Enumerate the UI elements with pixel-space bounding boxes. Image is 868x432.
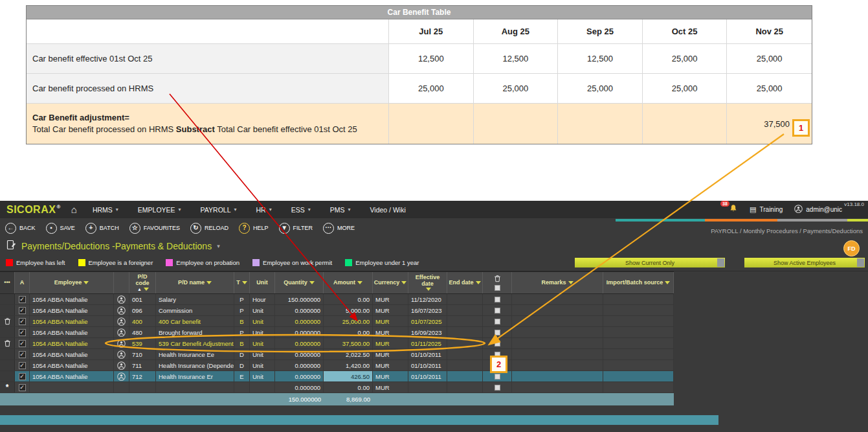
amount-cell[interactable]: 2,022.50 [324,349,373,359]
unit-cell[interactable]: Unit [250,305,275,315]
menu-item-hrms[interactable]: HRMS▾ [93,206,118,214]
menu-item-video-wiki[interactable]: Video / Wiki [370,206,406,214]
effective-date-cell[interactable]: 11/12/2020 [408,294,447,304]
employee-cell[interactable]: 1054 ABBA Nathalie [30,294,114,304]
quantity-cell[interactable]: 0.000000 [275,305,324,315]
import-source-cell[interactable] [603,305,674,315]
row-delete-checkbox[interactable] [483,294,512,304]
row-select-checkbox[interactable]: ✓ [15,349,30,359]
grid-row[interactable]: *✓0.0000000.00MUR [0,382,674,393]
currency-cell[interactable]: MUR [373,305,408,315]
toolbar-reload-button[interactable]: ↻RELOAD [190,223,228,234]
menu-item-ess[interactable]: ESS▾ [291,206,311,214]
pd-code-cell[interactable] [129,382,156,392]
pd-name-cell[interactable] [156,382,234,392]
unit-cell[interactable] [250,382,275,392]
end-date-cell[interactable] [447,360,483,370]
currency-cell[interactable]: MUR [373,294,408,304]
horizontal-scrollbar[interactable] [0,415,718,425]
type-cell[interactable]: D [234,360,250,370]
header-currency[interactable]: Currency [373,272,408,293]
filter-icon[interactable] [568,281,573,284]
unit-cell[interactable]: Unit [250,360,275,370]
row-select-checkbox[interactable]: ✓ [15,338,30,348]
remarks-cell[interactable] [512,360,603,370]
header-pd-code[interactable]: P/D code▲ [129,272,156,293]
row-trash-icon[interactable] [0,316,15,326]
quantity-cell[interactable]: 0.000000 [275,382,324,392]
pd-code-cell[interactable]: 711 [129,360,156,370]
pd-name-cell[interactable]: Brought forward [156,327,234,337]
toolbar-save-button[interactable]: ▪SAVE [46,223,75,234]
header-import-source[interactable]: Import/Batch source [603,272,674,293]
type-cell[interactable]: P [234,327,250,337]
unit-cell[interactable]: Hour [250,294,275,304]
end-date-cell[interactable] [447,371,483,381]
end-date-cell[interactable] [447,316,483,326]
row-select-checkbox[interactable]: ✓ [15,327,30,337]
amount-cell[interactable]: 1,420.00 [324,360,373,370]
avatar[interactable]: FD [843,240,860,256]
grid-row[interactable]: ✓1054 ABBA Nathalie001SalaryPHour150.000… [0,294,674,305]
effective-date-cell[interactable]: 01/10/2011 [408,371,447,381]
import-source-cell[interactable] [603,382,674,392]
end-date-cell[interactable] [447,294,483,304]
training-link[interactable]: ▤Training [750,205,783,214]
show-current-only-toggle[interactable]: Show Current Only [575,258,725,267]
header-amount[interactable]: Amount [324,272,373,293]
quantity-cell[interactable]: 0.000000 [275,327,324,337]
remarks-cell[interactable] [512,382,603,392]
unit-cell[interactable]: Unit [250,327,275,337]
effective-date-cell[interactable]: 16/07/2023 [408,305,447,315]
amount-cell[interactable]: 0.00 [324,327,373,337]
pd-name-cell[interactable]: Health Insurance Er [156,371,234,381]
pd-code-cell[interactable]: 480 [129,327,156,337]
grid-row[interactable]: ✓1054 ABBA Nathalie710Health Insurance E… [0,349,674,360]
row-select-checkbox[interactable]: ✓ [15,382,30,392]
header-active[interactable]: A [15,272,30,293]
employee-cell[interactable]: 1054 ABBA Nathalie [30,305,114,315]
end-date-cell[interactable] [447,327,483,337]
pd-code-cell[interactable]: 001 [129,294,156,304]
amount-cell[interactable]: 25,000.00 [324,316,373,326]
unit-cell[interactable]: Unit [250,338,275,348]
pd-code-cell[interactable]: 400 [129,316,156,326]
toolbar-help-button[interactable]: ?HELP [239,223,269,234]
user-menu[interactable]: admin@unic [794,205,842,214]
remarks-cell[interactable] [512,327,603,337]
employee-cell[interactable]: 1054 ABBA Nathalie [30,371,114,381]
quantity-cell[interactable]: 0.000000 [275,349,324,359]
type-cell[interactable]: B [234,316,250,326]
grid-row[interactable]: ✓1054 ABBA Nathalie400400 Car benefitBUn… [0,316,674,327]
filter-icon[interactable] [242,281,247,284]
type-cell[interactable]: P [234,305,250,315]
quantity-cell[interactable]: 0.000000 [275,316,324,326]
row-select-checkbox[interactable]: ✓ [15,316,30,326]
remarks-cell[interactable] [512,316,603,326]
menu-item-employee[interactable]: EMPLOYEE▾ [138,206,181,214]
pd-code-cell[interactable]: 096 [129,305,156,315]
header-pd-name[interactable]: P/D name [156,272,234,293]
remarks-cell[interactable] [512,305,603,315]
notifications-button[interactable]: 38 [729,204,738,216]
remarks-cell[interactable] [512,371,603,381]
currency-cell[interactable]: MUR [373,316,408,326]
row-delete-checkbox[interactable] [483,382,512,392]
currency-cell[interactable]: MUR [373,338,408,348]
quantity-cell[interactable]: 0.000000 [275,360,324,370]
grid-row[interactable]: ✓1054 ABBA Nathalie539539 Car Benefit Ad… [0,338,674,349]
row-delete-checkbox[interactable] [483,338,512,348]
filter-icon[interactable] [144,288,149,291]
pd-name-cell[interactable]: Commission [156,305,234,315]
filter-icon[interactable] [476,281,481,284]
pd-name-cell[interactable]: 400 Car benefit [156,316,234,326]
employee-cell[interactable]: 1054 ABBA Nathalie [30,360,114,370]
filter-icon[interactable] [357,281,362,284]
currency-cell[interactable]: MUR [373,360,408,370]
header-employee[interactable]: Employee [30,272,114,293]
import-source-cell[interactable] [603,327,674,337]
unit-cell[interactable]: Unit [250,371,275,381]
brand-logo[interactable]: SICORAX® [6,204,61,216]
quantity-cell[interactable]: 0.000000 [275,338,324,348]
row-trash-icon[interactable] [0,338,15,348]
